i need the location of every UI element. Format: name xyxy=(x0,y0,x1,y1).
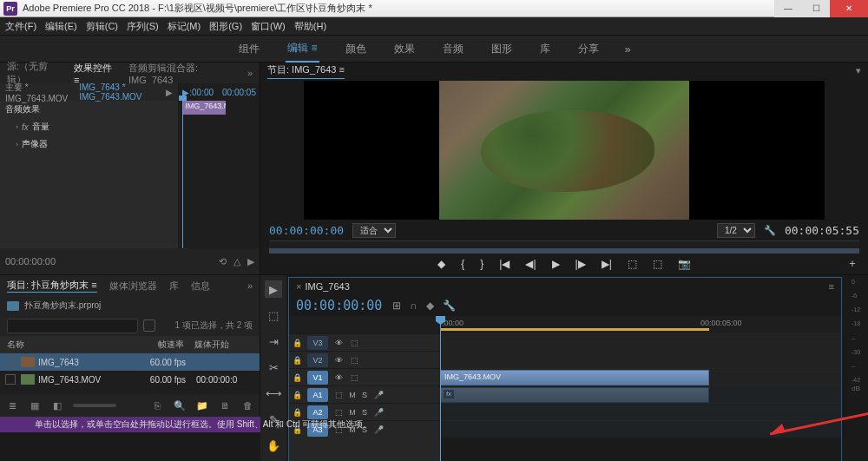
settings-icon[interactable]: 🔧 xyxy=(764,225,776,236)
project-tabs-overflow[interactable]: » xyxy=(247,280,253,291)
project-item-clip[interactable]: IMG_7643.MOV 60.00 fps 00:00:00:0 xyxy=(0,371,260,388)
timeline-content[interactable]: :00:00 00:00:05:00 00:00:10:00 IMG_7643.… xyxy=(440,316,841,461)
workspace-overflow-button[interactable]: » xyxy=(625,43,631,56)
audio-clip[interactable]: fx xyxy=(440,387,709,403)
program-timecode[interactable]: 00:00:00:00 xyxy=(269,224,344,237)
project-filter-chip[interactable] xyxy=(143,319,155,332)
tab-info[interactable]: 信息 xyxy=(191,280,210,293)
workspace-share[interactable]: 分享 xyxy=(576,36,601,62)
tab-media-browser[interactable]: 媒体浏览器 xyxy=(109,280,157,293)
mark-in-button[interactable]: { xyxy=(461,258,464,270)
tab-effect-controls[interactable]: 效果控件 ≡ xyxy=(74,62,116,85)
project-list[interactable]: 名称 帧速率 媒体开始 IMG_7643 60.00 fps IMG_7643.… xyxy=(0,336,260,394)
timeline-panel-menu[interactable]: ≡ xyxy=(829,281,834,292)
source-tabs-overflow[interactable]: » xyxy=(247,68,253,78)
chevron-right-icon[interactable]: ▶ xyxy=(166,88,173,97)
step-forward-button[interactable]: |▶ xyxy=(575,258,586,270)
close-sequence-button[interactable]: × xyxy=(296,281,301,292)
menu-window[interactable]: 窗口(W) xyxy=(251,20,286,33)
workspace-editing[interactable]: 编辑 ≡ xyxy=(286,36,319,63)
razor-tool[interactable]: ✂ xyxy=(265,359,282,376)
program-zoom-select[interactable]: 适合 xyxy=(352,223,396,238)
effect-category-audio[interactable]: 音频效果 xyxy=(0,101,178,118)
column-name[interactable]: 名称 xyxy=(0,339,130,351)
snap-button[interactable]: ⊞ xyxy=(392,300,401,312)
effect-volume[interactable]: ›fx音量 xyxy=(0,118,178,135)
menu-file[interactable]: 文件(F) xyxy=(5,20,36,33)
effect-timecode[interactable]: 00:00:00:00 xyxy=(5,256,56,267)
workspace-assembly[interactable]: 组件 xyxy=(237,36,261,62)
freeform-view-button[interactable]: ◧ xyxy=(50,398,64,412)
extract-button[interactable]: ⬚ xyxy=(653,258,662,270)
new-item-button[interactable]: 🗎 xyxy=(218,398,232,412)
mark-out-button[interactable]: } xyxy=(480,258,483,270)
thumbnail-size-slider[interactable] xyxy=(73,404,116,407)
workspace-audio[interactable]: 音频 xyxy=(441,36,465,62)
step-back-button[interactable]: ◀| xyxy=(525,258,536,270)
timeline-playhead[interactable] xyxy=(440,316,441,461)
add-marker-button[interactable]: ◆ xyxy=(437,258,445,270)
column-fps[interactable]: 帧速率 xyxy=(130,339,191,351)
track-header-a2[interactable]: 🔒A2⬚MS🎤 xyxy=(289,403,440,420)
timeline-timecode[interactable]: 00:00:00:00 xyxy=(296,298,382,313)
workspace-color[interactable]: 颜色 xyxy=(344,36,368,62)
tab-project[interactable]: 项目: 扑豆角炒肉末 ≡ xyxy=(7,279,97,293)
export-frame-button[interactable]: 📷 xyxy=(678,258,691,270)
effect-nav-icon[interactable]: △ xyxy=(233,256,240,267)
menu-graphics[interactable]: 图形(G) xyxy=(209,20,242,33)
slip-tool[interactable]: ⟷ xyxy=(265,385,282,402)
checkbox[interactable] xyxy=(5,374,16,385)
menu-help[interactable]: 帮助(H) xyxy=(294,20,326,33)
chevron-right-icon[interactable]: ▶ xyxy=(247,256,254,267)
menu-clip[interactable]: 剪辑(C) xyxy=(86,20,118,33)
automate-to-sequence-button[interactable]: ⎘ xyxy=(150,398,164,412)
checkbox[interactable] xyxy=(5,357,16,367)
menu-edit[interactable]: 编辑(E) xyxy=(45,20,77,33)
project-item-sequence[interactable]: IMG_7643 60.00 fps xyxy=(0,353,260,371)
delete-button[interactable]: 🗑 xyxy=(240,398,254,412)
button-editor[interactable]: ＋ xyxy=(847,256,858,271)
workspace-libraries[interactable]: 库 xyxy=(538,36,552,62)
hand-tool[interactable]: ✋ xyxy=(265,437,282,454)
program-panel-menu[interactable]: ▾ xyxy=(856,65,861,76)
program-resolution-select[interactable]: 1/2 xyxy=(717,223,755,238)
workspace-effects[interactable]: 效果 xyxy=(392,36,417,62)
tab-libraries[interactable]: 库 xyxy=(169,280,179,293)
sequence-tab[interactable]: IMG_7643 xyxy=(305,281,349,292)
linked-selection-button[interactable]: ∩ xyxy=(410,300,418,312)
add-marker-button[interactable]: ◆ xyxy=(426,300,434,312)
track-header-v2[interactable]: 🔒V2👁⬚ xyxy=(289,351,440,368)
new-bin-button[interactable]: 📁 xyxy=(195,398,209,412)
window-close-button[interactable]: ✕ xyxy=(830,0,868,17)
lift-button[interactable]: ⬚ xyxy=(628,258,637,270)
effect-panner[interactable]: ›声像器 xyxy=(0,135,178,153)
effect-nav-icon[interactable]: ⟲ xyxy=(219,256,227,267)
window-minimize-button[interactable]: — xyxy=(774,0,802,17)
column-start[interactable]: 媒体开始 xyxy=(191,339,260,351)
timeline-settings-button[interactable]: 🔧 xyxy=(443,300,456,312)
menu-sequence[interactable]: 序列(S) xyxy=(127,20,159,33)
ripple-edit-tool[interactable]: ⇥ xyxy=(265,333,282,350)
track-select-tool[interactable]: ⬚ xyxy=(265,306,282,324)
timeline-ruler[interactable]: :00:00 00:00:05:00 00:00:10:00 xyxy=(440,316,841,333)
effect-controls-timeline[interactable]: ▶:00:0000:00:05 IMG_7643.MOV xyxy=(179,83,260,248)
window-maximize-button[interactable]: ☐ xyxy=(802,0,830,17)
effect-playhead[interactable] xyxy=(182,99,183,248)
project-search-input[interactable] xyxy=(7,319,138,333)
track-header-v3[interactable]: 🔒V3👁⬚ xyxy=(289,333,440,351)
program-tab[interactable]: 节目: IMG_7643 ≡ xyxy=(267,63,345,79)
video-clip[interactable]: IMG_7643.MOV xyxy=(440,370,709,385)
program-time-ruler[interactable] xyxy=(269,240,859,254)
find-button[interactable]: 🔍 xyxy=(173,398,187,412)
go-to-out-button[interactable]: ▶| xyxy=(602,258,612,270)
list-view-button[interactable]: ≣ xyxy=(5,398,19,412)
tab-audio-clip-mixer[interactable]: 音频剪辑混合器: IMG_7643 xyxy=(128,62,235,85)
track-header-v1[interactable]: 🔒V1👁⬚ xyxy=(289,368,440,385)
go-to-in-button[interactable]: |◀ xyxy=(499,258,510,270)
play-button[interactable]: ▶ xyxy=(552,258,560,270)
icon-view-button[interactable]: ▦ xyxy=(28,398,42,412)
program-video-display[interactable] xyxy=(304,81,825,220)
workspace-graphics[interactable]: 图形 xyxy=(490,36,514,62)
track-header-a1[interactable]: 🔒A1⬚MS🎤 xyxy=(289,385,440,403)
selection-tool[interactable]: ▶ xyxy=(265,280,282,298)
